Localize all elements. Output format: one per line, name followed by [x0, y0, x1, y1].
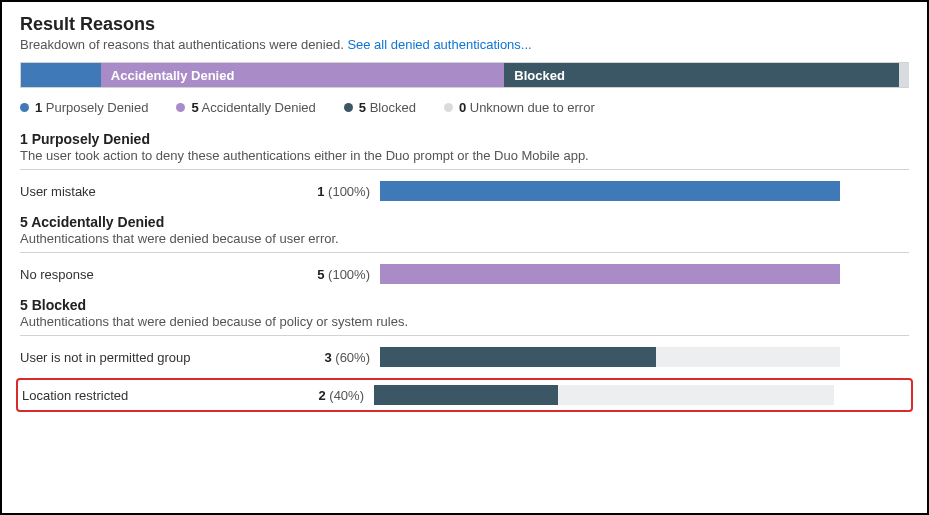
row-label: Location restricted	[18, 388, 304, 403]
divider	[20, 169, 909, 170]
row-bar-fill	[380, 264, 840, 284]
row-bar-fill	[374, 385, 558, 405]
legend-dot-icon	[344, 103, 353, 112]
section-heading: 5 Accidentally Denied	[20, 214, 909, 230]
row-label: User mistake	[20, 184, 310, 199]
stack-seg-2: Blocked	[504, 63, 899, 87]
section-heading: 5 Blocked	[20, 297, 909, 313]
breakdown-row: No response5 (100%)	[20, 261, 909, 287]
row-bar-fill	[380, 181, 840, 201]
subtitle-text: Breakdown of reasons that authentication…	[20, 37, 347, 52]
row-bar-track	[380, 264, 840, 284]
see-all-link[interactable]: See all denied authentications...	[347, 37, 531, 52]
legend-text: 1 Purposely Denied	[35, 100, 148, 115]
legend-item-purple: 5 Accidentally Denied	[176, 100, 315, 115]
row-bar-track	[374, 385, 834, 405]
row-label: No response	[20, 267, 310, 282]
section-desc: Authentications that were denied because…	[20, 314, 909, 329]
section-desc: The user took action to deny these authe…	[20, 148, 909, 163]
section-blocked: 5 BlockedAuthentications that were denie…	[20, 297, 909, 412]
legend-text: 5 Accidentally Denied	[191, 100, 315, 115]
row-count: 1 (100%)	[310, 184, 380, 199]
row-bar-fill	[380, 347, 656, 367]
stack-seg-3	[899, 63, 909, 87]
breakdown-row: User mistake1 (100%)	[20, 178, 909, 204]
stack-seg-1: Accidentally Denied	[101, 63, 505, 87]
row-count: 3 (60%)	[310, 350, 380, 365]
legend-text: 0 Unknown due to error	[459, 100, 595, 115]
row-label: User is not in permitted group	[20, 350, 310, 365]
section-desc: Authentications that were denied because…	[20, 231, 909, 246]
row-bar-track	[380, 181, 840, 201]
row-bar-track	[380, 347, 840, 367]
legend-item-gray: 0 Unknown due to error	[444, 100, 595, 115]
highlighted-row: Location restricted2 (40%)	[16, 378, 913, 412]
row-count: 2 (40%)	[304, 388, 374, 403]
divider	[20, 335, 909, 336]
legend-text: 5 Blocked	[359, 100, 416, 115]
section-purposely: 1 Purposely DeniedThe user took action t…	[20, 131, 909, 204]
section-heading: 1 Purposely Denied	[20, 131, 909, 147]
row-count: 5 (100%)	[310, 267, 380, 282]
legend-item-slate: 5 Blocked	[344, 100, 416, 115]
breakdown-row: User is not in permitted group3 (60%)	[20, 344, 909, 370]
legend-dot-icon	[444, 103, 453, 112]
breakdown-row: Location restricted2 (40%)	[18, 382, 907, 408]
section-accidentally: 5 Accidentally DeniedAuthentications tha…	[20, 214, 909, 287]
legend-item-blue: 1 Purposely Denied	[20, 100, 148, 115]
summary-stacked-bar: Accidentally DeniedBlocked	[20, 62, 909, 88]
stack-seg-0	[21, 63, 101, 87]
page-subtitle: Breakdown of reasons that authentication…	[20, 37, 909, 52]
legend: 1 Purposely Denied5 Accidentally Denied5…	[20, 100, 909, 115]
divider	[20, 252, 909, 253]
legend-dot-icon	[20, 103, 29, 112]
legend-dot-icon	[176, 103, 185, 112]
page-title: Result Reasons	[20, 14, 909, 35]
